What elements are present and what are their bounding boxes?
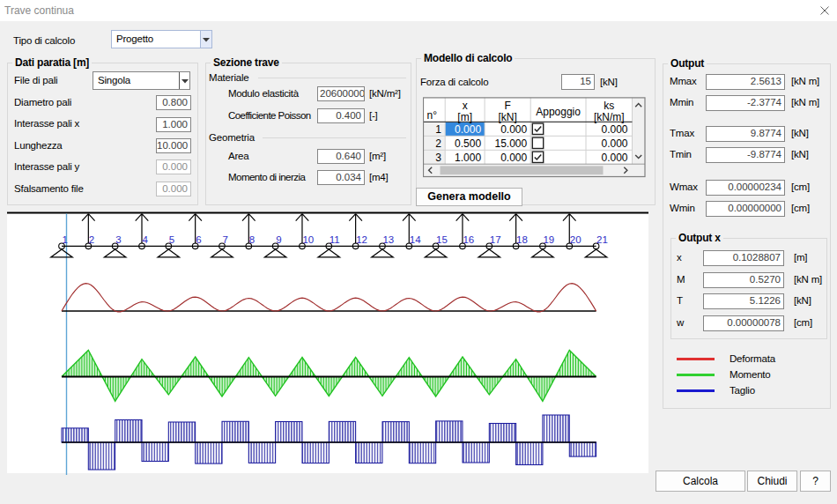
svg-text:2: 2 — [89, 234, 94, 245]
svg-text:3: 3 — [435, 152, 441, 164]
svg-text:1: 1 — [63, 234, 68, 245]
svg-text:x: x — [462, 100, 467, 112]
svg-text:0.000: 0.000 — [601, 152, 627, 164]
svg-text:16: 16 — [463, 234, 474, 245]
svg-text:0.500: 0.500 — [455, 137, 481, 150]
svg-text:10: 10 — [302, 234, 314, 245]
svg-text:12: 12 — [356, 234, 367, 245]
svg-text:21: 21 — [596, 234, 608, 245]
svg-text:0.000: 0.000 — [455, 123, 481, 136]
svg-text:7: 7 — [222, 234, 227, 245]
svg-text:3: 3 — [115, 234, 121, 245]
svg-text:13: 13 — [382, 234, 394, 245]
svg-text:[m]: [m] — [457, 111, 472, 123]
svg-text:ks: ks — [604, 100, 614, 112]
svg-text:F: F — [504, 100, 510, 112]
svg-text:17: 17 — [490, 234, 501, 245]
svg-text:1.000: 1.000 — [455, 152, 481, 164]
svg-text:0.000: 0.000 — [601, 123, 627, 136]
svg-text:1: 1 — [435, 123, 441, 136]
svg-text:0.000: 0.000 — [601, 137, 627, 150]
svg-text:0.000: 0.000 — [500, 152, 527, 164]
svg-text:15.000: 15.000 — [494, 137, 527, 150]
svg-text:2: 2 — [435, 137, 441, 150]
svg-text:15: 15 — [436, 234, 448, 245]
svg-text:n°: n° — [426, 109, 437, 122]
svg-text:9: 9 — [276, 234, 281, 245]
svg-text:4: 4 — [142, 234, 148, 245]
svg-text:[kN/m]: [kN/m] — [593, 111, 624, 123]
svg-text:0.000: 0.000 — [500, 123, 527, 136]
svg-text:14: 14 — [410, 234, 421, 245]
svg-text:5: 5 — [169, 234, 174, 245]
svg-text:11: 11 — [330, 234, 340, 245]
svg-text:Appoggio: Appoggio — [536, 106, 581, 118]
svg-text:6: 6 — [196, 234, 201, 245]
svg-text:19: 19 — [543, 234, 554, 245]
svg-text:[kN]: [kN] — [498, 111, 516, 123]
svg-text:18: 18 — [516, 234, 528, 245]
svg-text:8: 8 — [249, 234, 255, 245]
svg-text:20: 20 — [570, 234, 581, 245]
